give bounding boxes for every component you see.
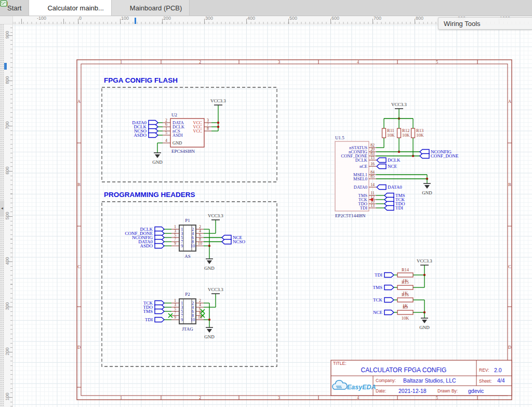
net-label: TDI	[145, 317, 153, 322]
net-flag-shape	[149, 133, 158, 138]
p1-as-header[interactable]: P1AS1122DCLK3344CONF_DONE5566NCONFIGNCE7…	[125, 213, 245, 271]
vertical-ruler: 900800700600500400300200100	[4, 24, 13, 407]
gnd-label: GND	[419, 325, 430, 330]
rect	[397, 298, 413, 302]
net-flag-shape	[155, 309, 164, 314]
net-flag-shape	[384, 273, 394, 278]
pin-number-inner: 9	[181, 243, 183, 248]
vcc-label: VCC3.3	[210, 98, 226, 103]
rect	[397, 128, 401, 138]
net-label: NCE	[373, 310, 383, 315]
vcc-label: VCC3.3	[208, 213, 223, 218]
junction-dot	[217, 126, 219, 128]
component-part-name: EPCS4SI8N	[171, 149, 195, 154]
wiring-tools-title: Wiring Tools	[444, 20, 481, 28]
sheet-label: Sheet:	[479, 378, 492, 384]
component-refdes: U2	[171, 112, 177, 117]
rect	[397, 285, 413, 290]
net-flag-shape	[384, 310, 394, 315]
drawn-by-value: gdevic	[468, 388, 484, 394]
vruler-label: 600	[5, 164, 10, 177]
pin-name: VCC	[193, 128, 203, 134]
gnd-label: GND	[152, 160, 163, 165]
header-type-label: JTAG	[182, 326, 193, 332]
zone-letter-left: B	[77, 182, 81, 187]
net-flag-shape	[155, 244, 164, 248]
p2-jtag-header[interactable]: P2JTAG1122TCK3344TDO5566TMS7788991010TDI…	[143, 287, 223, 339]
tab-calculator-mainboard[interactable]: Calculator mainb...	[29, 0, 111, 16]
resistor-r11[interactable]: R1110K	[382, 119, 395, 138]
pin-number: 9	[174, 315, 176, 320]
easyeda-logo-text: EasyEDA	[347, 384, 376, 391]
gnd-symbol	[424, 185, 430, 189]
gnd-label: GND	[422, 190, 432, 195]
vruler-label: 300	[5, 300, 10, 312]
u2-epcs4-chip[interactable]: U2EPCS4SI8N2DATADATA06DCLKDCLK1nCSNCSO5A…	[132, 98, 226, 165]
resistor-refdes: R14	[402, 267, 409, 272]
net-label: TDI	[395, 205, 403, 211]
tab-mainboard-label: Mainboard (PCB)	[130, 4, 182, 12]
pin-number: 85	[370, 174, 375, 179]
resistor-refdes: R16	[402, 292, 409, 297]
rect	[397, 310, 413, 314]
company-label: Company:	[376, 378, 396, 383]
pcb-icon	[119, 5, 127, 11]
net-label: ASDO	[140, 243, 153, 248]
net-flag-shape	[377, 185, 386, 190]
hruler-label: 200	[163, 16, 171, 21]
net-label: TMS	[373, 285, 382, 290]
vruler-label: 400	[5, 255, 10, 267]
net-label: DCLK	[388, 157, 401, 163]
section-title-flash: FPGA CONFIG FLASH	[104, 76, 178, 84]
resistor-r13[interactable]: R1310K	[411, 119, 424, 138]
rect	[382, 128, 386, 138]
net-label: TDI	[375, 272, 382, 278]
net-label: TCK	[373, 297, 383, 303]
pin-number-inner: 9	[181, 317, 183, 322]
sheet-value: 4/4	[497, 377, 505, 384]
resistor-r12[interactable]: R1210K	[397, 119, 410, 138]
gnd-symbol	[207, 260, 212, 264]
panel-collapse-arrow[interactable]: ◂	[0, 201, 4, 216]
date-label: Date:	[376, 388, 386, 393]
pin-name: ASDI	[172, 133, 183, 138]
vruler-label: 200	[5, 345, 10, 358]
date-value: 2021-12-18	[398, 388, 427, 394]
net-flag-shape	[155, 318, 164, 322]
pin-number: 14	[370, 182, 375, 187]
hruler-label: 400	[247, 16, 255, 21]
pin-number: 4	[165, 138, 167, 143]
vruler-label: 800	[5, 74, 10, 86]
vruler-label: 100	[5, 390, 10, 403]
tab-mainboard-pcb[interactable]: Mainboard (PCB)	[112, 0, 190, 16]
resistor-value: 10K	[402, 133, 410, 138]
zone-number-bottom: 2	[199, 395, 201, 400]
component-part-name: EP2C5T144I8N	[335, 213, 366, 218]
wiring-tools-panel[interactable]: Wiring Tools	[438, 17, 532, 30]
vcc-label: VCC3.3	[391, 102, 407, 107]
vruler-label: 700	[5, 119, 10, 132]
jtag-pull-resistors[interactable]: TDIR141KTMSR151KTCKR161KNCER910KVCC3.3GN…	[373, 258, 432, 330]
pin-number: 9	[174, 241, 176, 246]
vruler-cursor-marker	[4, 63, 7, 70]
hruler-label: 0	[79, 16, 82, 21]
u1-5-fpga-chip[interactable]: U1.5EP2C5T144I8N82nSTATUS20nCONFIG83CONF…	[335, 102, 459, 218]
zone-letter-right: B	[508, 182, 511, 187]
vruler-label: 900	[5, 29, 10, 41]
ruler-corner	[0, 16, 13, 24]
net-label: TMS	[143, 309, 153, 314]
hruler-cursor-marker	[135, 18, 136, 24]
net-label: CONF_DONE	[431, 153, 459, 159]
hruler-label: 100	[121, 16, 129, 21]
schematic-canvas[interactable]: 1122334455AABBCCDDFPGA CONFIG FLASHPROGR…	[12, 24, 532, 407]
gnd-symbol	[422, 320, 427, 323]
folder-icon	[36, 5, 44, 11]
tab-bar: Start Calculator mainb... Mainboard (PCB…	[0, 0, 532, 16]
hruler-label: 300	[205, 16, 213, 21]
hruler-label: -100	[37, 16, 46, 21]
pin-number: 16	[370, 162, 375, 166]
pin-name: TDI	[360, 205, 367, 211]
sheet-title: CALCULATOR FPGA CONFIG	[361, 366, 447, 374]
net-flag-shape	[377, 164, 386, 169]
tab-start-label: Start	[7, 4, 21, 12]
